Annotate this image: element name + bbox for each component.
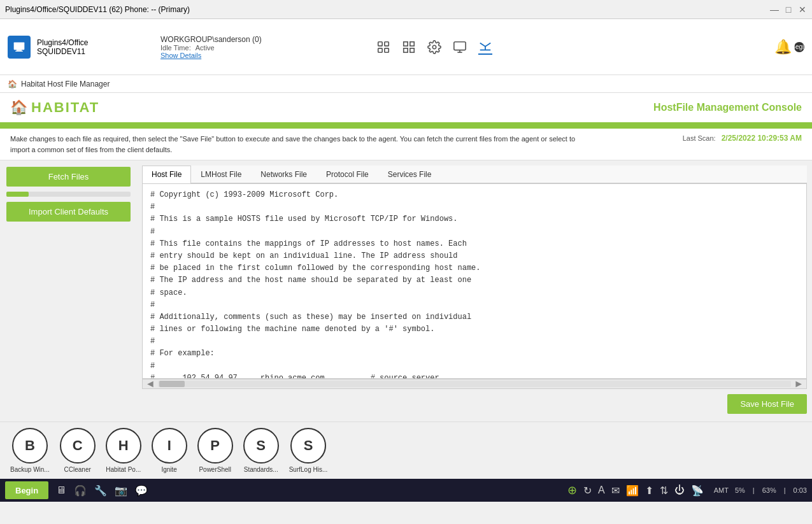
dock-label-6: SurfLog His... bbox=[289, 466, 328, 473]
device-name: SQUIDDEV11 bbox=[37, 47, 89, 56]
habitat-header: 🏠 HABITAT HostFile Management Console bbox=[0, 93, 812, 124]
svg-rect-12 bbox=[454, 41, 466, 50]
dock-circle-6: S bbox=[290, 428, 326, 464]
taskbar-wrench-icon[interactable]: 🔧 bbox=[94, 485, 107, 497]
console-title: HostFile Management Console bbox=[653, 102, 802, 113]
begin-button[interactable]: Begin bbox=[5, 481, 48, 499]
last-scan: Last Scan: 2/25/2022 10:29:53 AM bbox=[683, 134, 802, 143]
dock-label-4: PowerShell bbox=[199, 466, 231, 473]
user-info: WORKGROUP\sanderson (0) Idle Time: Activ… bbox=[160, 35, 262, 59]
tab-lmhost-file[interactable]: LMHost File bbox=[191, 166, 251, 183]
notification-badge: Begin bbox=[794, 42, 804, 52]
header-icons bbox=[376, 39, 492, 55]
show-details-link[interactable]: Show Details bbox=[160, 52, 262, 59]
scroll-right-icon[interactable]: ► bbox=[794, 378, 804, 390]
svg-point-11 bbox=[432, 45, 436, 49]
minimize-button[interactable]: — bbox=[770, 5, 779, 14]
separator-2: | bbox=[784, 486, 786, 494]
tab-protocol-file[interactable]: Protocol File bbox=[317, 166, 378, 183]
dock-item-4[interactable]: P PowerShell bbox=[197, 428, 233, 473]
dock-item-3[interactable]: I Ignite bbox=[152, 428, 187, 473]
plugin-icon[interactable] bbox=[376, 40, 390, 54]
save-bar: Save Host File bbox=[142, 389, 807, 416]
svg-rect-0 bbox=[14, 42, 25, 50]
zoom-value: 63% bbox=[762, 486, 776, 494]
workgroup-text: WORKGROUP\sanderson (0) bbox=[160, 35, 262, 44]
taskbar-font-icon[interactable]: A bbox=[598, 485, 605, 496]
device-details: Plugins4/Office SQUIDDEV11 bbox=[37, 38, 89, 56]
bell-area[interactable]: 🔔 Begin bbox=[774, 39, 804, 55]
taskbar-signal-icon[interactable]: 📶 bbox=[626, 485, 639, 497]
taskbar-wifi-icon[interactable]: 📡 bbox=[691, 485, 704, 497]
habitat-house-icon: 🏠 bbox=[10, 99, 27, 116]
taskbar-monitor-icon[interactable]: 🖥 bbox=[56, 485, 66, 496]
taskbar-arrows-icon[interactable]: ⇅ bbox=[660, 485, 668, 497]
tab-networks-file[interactable]: Networks File bbox=[251, 166, 317, 183]
breadcrumb-bar: 🏠 Habitat Host File Manager bbox=[0, 75, 812, 93]
taskbar-right: ⊕ ↻ A ✉ 📶 ⬆ ⇅ ⏻ 📡 AMT 5% | 63% | 0:03 bbox=[567, 483, 807, 497]
svg-rect-6 bbox=[385, 48, 388, 52]
maximize-button[interactable]: □ bbox=[784, 5, 793, 14]
svg-rect-3 bbox=[378, 41, 381, 45]
taskbar-add-icon[interactable]: ⊕ bbox=[567, 483, 577, 497]
gear-icon[interactable] bbox=[427, 40, 441, 54]
dock-circle-4: P bbox=[197, 428, 233, 464]
last-scan-value: 2/25/2022 10:29:53 AM bbox=[722, 134, 802, 143]
taskbar-right-icons: ⊕ ↻ A ✉ 📶 ⬆ ⇅ ⏻ 📡 bbox=[567, 483, 704, 497]
svg-rect-1 bbox=[17, 50, 22, 51]
tab-host-file[interactable]: Host File bbox=[142, 166, 191, 183]
last-scan-label: Last Scan: bbox=[683, 134, 716, 142]
habitat-logo: 🏠 HABITAT bbox=[10, 99, 99, 116]
editor-area[interactable]: # Copyright (c) 1993-2009 Microsoft Corp… bbox=[142, 183, 807, 379]
taskbar-chat-icon[interactable]: 💬 bbox=[135, 485, 148, 497]
save-host-file-button[interactable]: Save Host File bbox=[727, 394, 807, 414]
title-bar-text: Plugins4/Office/SQUIDDEV11 (62) Phone: -… bbox=[5, 5, 190, 14]
habitat-logo-text: HABITAT bbox=[31, 99, 99, 116]
horizontal-scrollbar[interactable]: ◄ ► bbox=[142, 379, 807, 389]
green-banner bbox=[0, 124, 812, 129]
grid-icon[interactable] bbox=[402, 40, 416, 54]
dock-item-6[interactable]: S SurfLog His... bbox=[289, 428, 328, 473]
right-content: Host File LMHost File Networks File Prot… bbox=[137, 160, 812, 421]
dock-label-2: Habitat Po... bbox=[106, 466, 141, 473]
dock-circle-2: H bbox=[106, 428, 141, 464]
taskbar-power-icon[interactable]: ⏻ bbox=[674, 485, 685, 496]
left-sidebar: Fetch Files Import Client Defaults bbox=[0, 160, 137, 421]
taskbar-refresh-icon[interactable]: ↻ bbox=[583, 485, 592, 497]
title-bar: Plugins4/Office/SQUIDDEV11 (62) Phone: -… bbox=[0, 0, 812, 19]
dock-item-5[interactable]: S Standards... bbox=[243, 428, 279, 473]
taskbar-camera-icon[interactable]: 📷 bbox=[115, 485, 127, 497]
dock-item-0[interactable]: B Backup Win... bbox=[10, 428, 50, 473]
dock-label-3: Ignite bbox=[161, 466, 176, 473]
svg-rect-4 bbox=[385, 41, 388, 45]
sweep-icon[interactable] bbox=[478, 39, 492, 55]
taskbar-headset-icon[interactable]: 🎧 bbox=[74, 485, 87, 497]
amt-label: AMT bbox=[714, 486, 729, 494]
taskbar-mail-icon[interactable]: ✉ bbox=[611, 485, 620, 497]
monitor-icon[interactable] bbox=[453, 40, 467, 54]
svg-rect-8 bbox=[410, 41, 414, 45]
info-text: Make changes to each file as required, t… bbox=[10, 134, 583, 155]
taskbar-icons: 🖥 🎧 🔧 📷 💬 bbox=[56, 485, 148, 497]
tab-services-file[interactable]: Services File bbox=[378, 166, 441, 183]
progress-bar-fill bbox=[6, 192, 29, 197]
fetch-files-button[interactable]: Fetch Files bbox=[6, 167, 131, 187]
scroll-left-icon[interactable]: ◄ bbox=[145, 378, 155, 390]
taskbar-upload-icon[interactable]: ⬆ bbox=[645, 485, 653, 497]
idle-time: Idle Time: Active bbox=[160, 44, 262, 52]
close-button[interactable]: ✕ bbox=[798, 5, 807, 14]
dock-item-1[interactable]: C CCleaner bbox=[60, 428, 96, 473]
import-defaults-button[interactable]: Import Client Defaults bbox=[6, 202, 131, 222]
title-bar-controls: — □ ✕ bbox=[770, 5, 807, 14]
main-content: Fetch Files Import Client Defaults Host … bbox=[0, 160, 812, 421]
info-bar: Make changes to each file as required, t… bbox=[0, 129, 812, 160]
dock-label-0: Backup Win... bbox=[10, 466, 50, 473]
dock-circle-1: C bbox=[60, 428, 96, 464]
amt-value: 5% bbox=[735, 486, 745, 494]
bell-icon[interactable]: 🔔 bbox=[774, 39, 792, 55]
time-display: 0:03 bbox=[794, 486, 807, 494]
app-header: Plugins4/Office SQUIDDEV11 WORKGROUP\san… bbox=[0, 19, 812, 75]
dock-label-5: Standards... bbox=[244, 466, 278, 473]
dock-item-2[interactable]: H Habitat Po... bbox=[106, 428, 141, 473]
svg-rect-2 bbox=[15, 50, 23, 51]
